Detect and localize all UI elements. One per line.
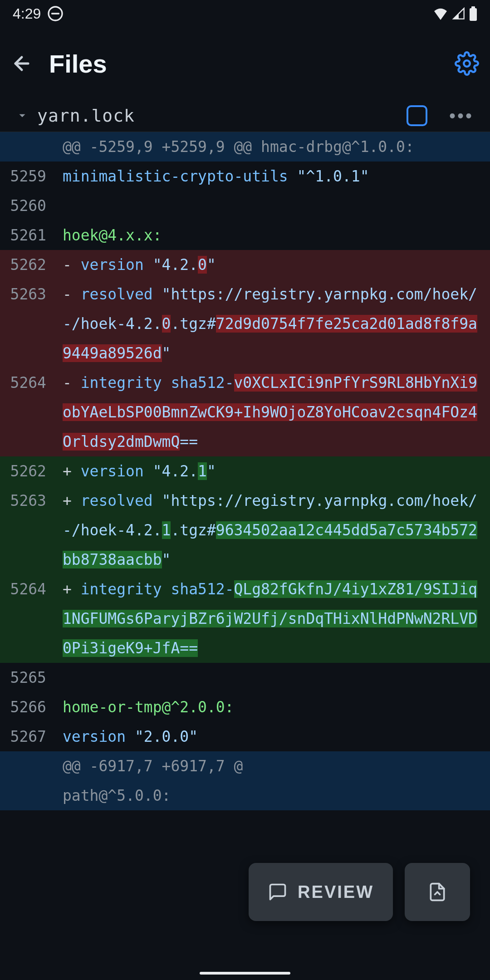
diff-line: 5261 hoek@4.x.x: (0, 220, 490, 250)
diff-line-deleted: 5263 - resolved "https://registry.yarnpk… (0, 279, 490, 368)
status-time: 4:29 (13, 5, 41, 22)
wifi-icon (433, 7, 448, 20)
status-bar: 4:29 (0, 0, 490, 27)
diff-line-deleted: 5262 - version "4.2.0" (0, 250, 490, 279)
review-button[interactable]: REVIEW (249, 863, 393, 921)
diff-line: 5267 version "2.0.0" (0, 722, 490, 751)
diff-view[interactable]: @@ -5259,9 +5259,9 @@ hmac-drbg@^1.0.0: … (0, 132, 490, 810)
svg-point-3 (464, 60, 470, 67)
file-name: yarn.lock (37, 106, 397, 126)
hunk-header: @@ -6917,7 +6917,7 @ (0, 751, 490, 781)
diff-line-added: 5263 + resolved "https://registry.yarnpk… (0, 486, 490, 574)
back-icon[interactable] (11, 53, 33, 74)
file-goto-icon (427, 882, 447, 902)
diff-line: 5265 (0, 663, 490, 692)
diff-line: 5266 home-or-tmp@^2.0.0: (0, 692, 490, 722)
page-title: Files (49, 49, 438, 78)
diff-line-added: 5262 + version "4.2.1" (0, 456, 490, 486)
signal-icon (452, 7, 466, 20)
svg-rect-2 (471, 6, 475, 9)
file-viewed-checkbox[interactable] (407, 105, 427, 126)
svg-rect-1 (470, 8, 477, 21)
battery-icon (469, 6, 477, 21)
dnd-icon (47, 5, 64, 22)
hunk-header: path@^5.0.0: (0, 781, 490, 810)
file-header[interactable]: yarn.lock ••• (0, 100, 490, 132)
review-label: REVIEW (298, 882, 374, 902)
chevron-down-icon[interactable] (16, 110, 28, 122)
file-more-icon[interactable]: ••• (449, 106, 474, 126)
hunk-header: @@ -5259,9 +5259,9 @@ hmac-drbg@^1.0.0: (0, 132, 490, 162)
app-bar: Files (0, 27, 490, 100)
gear-icon[interactable] (455, 51, 479, 76)
comment-icon (268, 882, 288, 902)
nav-handle[interactable] (200, 972, 290, 975)
diff-line: 5259 minimalistic-crypto-utils "^1.0.1" (0, 162, 490, 191)
diff-line-added: 5264 + integrity sha512-QLg82fGkfnJ/4iy1… (0, 574, 490, 663)
diff-line-deleted: 5264 - integrity sha512-v0XCLxICi9nPfYrS… (0, 368, 490, 456)
jump-to-file-button[interactable] (405, 863, 470, 921)
diff-line: 5260 (0, 191, 490, 220)
